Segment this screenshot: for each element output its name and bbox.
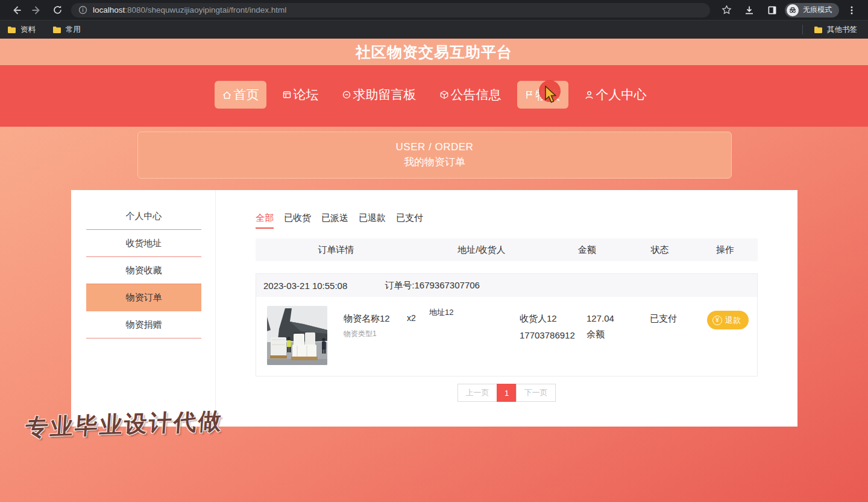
forward-icon[interactable]: [27, 2, 47, 18]
order-group-header: 2023-03-21 10:55:08 订单号:1679367307706: [256, 274, 757, 297]
supplies-flag-icon: [524, 90, 534, 100]
watermark-text: 专业毕业设计代做: [24, 405, 224, 443]
pagination-page-1[interactable]: 1: [497, 384, 517, 402]
main-nav: 首页 论坛 求助留言板 公告信息 物资 个人中心: [0, 65, 868, 127]
nav-label: 公告信息: [451, 86, 502, 103]
folder-icon: [7, 26, 16, 34]
announcement-icon: [439, 90, 449, 100]
nav-label: 物资: [536, 86, 561, 103]
nav-label: 论坛: [294, 86, 319, 103]
item-name[interactable]: 物资名称12: [344, 313, 407, 325]
page-body: USER / ORDER 我的物资订单 个人中心 收货地址 物资收藏 物资订单 …: [0, 127, 868, 502]
orders-panel: 全部 已收货 已派送 已退款 已支付 订单详情 地址/收货人 金额 状态 操作 …: [216, 190, 797, 427]
back-icon[interactable]: [6, 2, 27, 18]
sidebar-item-favorites[interactable]: 物资收藏: [86, 257, 201, 284]
sidebar-item-address[interactable]: 收货地址: [86, 230, 201, 257]
col-action: 操作: [693, 244, 758, 256]
col-order-detail: 订单详情: [256, 244, 417, 256]
nav-label: 个人中心: [596, 86, 647, 103]
col-status: 状态: [627, 244, 692, 256]
browser-toolbar: localhost:8080/shequwuzijiaoyipingtai/fr…: [0, 0, 868, 20]
bookmark-label: 资料: [20, 25, 36, 35]
item-quantity: x2: [407, 313, 429, 365]
tab-all[interactable]: 全部: [256, 212, 274, 229]
yen-icon: ¥: [712, 316, 722, 325]
sidebar-item-user-center[interactable]: 个人中心: [86, 203, 201, 230]
tab-dispatched[interactable]: 已派送: [321, 212, 348, 229]
pagination: 上一页 1 下一页: [256, 384, 758, 402]
user-icon: [584, 90, 594, 100]
home-icon: [222, 90, 232, 100]
nav-item-message-board[interactable]: 求助留言板: [335, 81, 424, 109]
item-address: 地址12: [429, 307, 520, 365]
supplies-photo[interactable]: [267, 306, 327, 365]
item-amount: 127.04: [587, 313, 650, 323]
bookmark-label: 常用: [66, 25, 81, 35]
pagination-prev-button[interactable]: 上一页: [458, 384, 497, 402]
item-phone: 17703786912: [520, 330, 587, 340]
order-item-row: 物资名称12 物资类型1 x2 地址12 收货人12 17703786912 1…: [256, 297, 757, 376]
order-number: 订单号:1679367307706: [385, 280, 480, 291]
item-status: 已支付: [650, 313, 707, 365]
url-bar[interactable]: localhost:8080/shequwuzijiaoyipingtai/fr…: [71, 3, 710, 17]
order-status-tabs: 全部 已收货 已派送 已退款 已支付: [256, 212, 758, 229]
refund-button[interactable]: ¥ 退款: [707, 311, 749, 329]
nav-label: 求助留言板: [353, 86, 417, 103]
item-type: 物资类型1: [344, 329, 407, 339]
folder-icon: [814, 26, 823, 34]
nav-item-user-center[interactable]: 个人中心: [577, 81, 654, 109]
nav-item-supplies[interactable]: 物资: [517, 81, 568, 109]
tab-paid[interactable]: 已支付: [396, 212, 423, 229]
tab-received[interactable]: 已收货: [284, 212, 311, 229]
forum-icon: [282, 90, 292, 100]
user-sidebar: 个人中心 收货地址 物资收藏 物资订单 物资捐赠: [71, 190, 216, 427]
banner-title: 我的物资订单: [404, 155, 465, 169]
nav-label: 首页: [234, 86, 259, 103]
nav-item-announcements[interactable]: 公告信息: [432, 81, 509, 109]
site-title: 社区物资交易互助平台: [356, 42, 512, 62]
col-amount: 金额: [547, 244, 627, 256]
bookmarks-divider: [802, 25, 803, 34]
bookmark-folder-ziliao[interactable]: 资料: [7, 25, 36, 35]
content-card: 个人中心 收货地址 物资收藏 物资订单 物资捐赠 全部 已收货 已派送 已退款 …: [71, 190, 797, 427]
download-icon[interactable]: [739, 2, 760, 18]
other-bookmarks-label: 其他书签: [827, 25, 857, 35]
bookmarks-bar: 资料 常用 其他书签: [0, 20, 868, 39]
side-panel-icon[interactable]: [762, 2, 782, 18]
item-pay-method: 余额: [587, 329, 650, 340]
item-receiver: 收货人12: [520, 313, 587, 325]
site-header: 社区物资交易互助平台: [0, 39, 868, 65]
refund-label: 退款: [725, 315, 741, 326]
nav-item-forum[interactable]: 论坛: [275, 81, 326, 109]
pagination-next-button[interactable]: 下一页: [516, 384, 556, 402]
other-bookmarks[interactable]: 其他书签: [814, 25, 857, 35]
message-board-icon: [342, 90, 351, 100]
menu-dots-icon[interactable]: [841, 2, 862, 18]
incognito-badge: 无痕模式: [785, 3, 839, 17]
order-group: 2023-03-21 10:55:08 订单号:1679367307706: [256, 273, 758, 376]
reload-icon[interactable]: [47, 2, 68, 18]
url-host: localhost: [93, 5, 125, 14]
orders-table-header: 订单详情 地址/收货人 金额 状态 操作: [256, 238, 758, 261]
sidebar-item-donation[interactable]: 物资捐赠: [86, 311, 201, 338]
page-banner: USER / ORDER 我的物资订单: [137, 132, 732, 179]
url-path: :8080/shequwuzijiaoyipingtai/front/index…: [125, 5, 286, 14]
folder-icon: [52, 26, 61, 34]
incognito-icon: [787, 4, 799, 16]
incognito-label: 无痕模式: [803, 5, 832, 15]
banner-breadcrumb: USER / ORDER: [396, 141, 474, 153]
nav-item-home[interactable]: 首页: [215, 81, 266, 109]
col-address-receiver: 地址/收货人: [417, 244, 547, 256]
bookmark-star-icon[interactable]: [716, 2, 737, 18]
page-info-icon[interactable]: [78, 5, 87, 14]
bookmark-folder-changyong[interactable]: 常用: [52, 25, 81, 35]
sidebar-item-orders[interactable]: 物资订单: [86, 284, 201, 311]
order-datetime: 2023-03-21 10:55:08: [263, 281, 347, 291]
tab-refunded[interactable]: 已退款: [359, 212, 386, 229]
